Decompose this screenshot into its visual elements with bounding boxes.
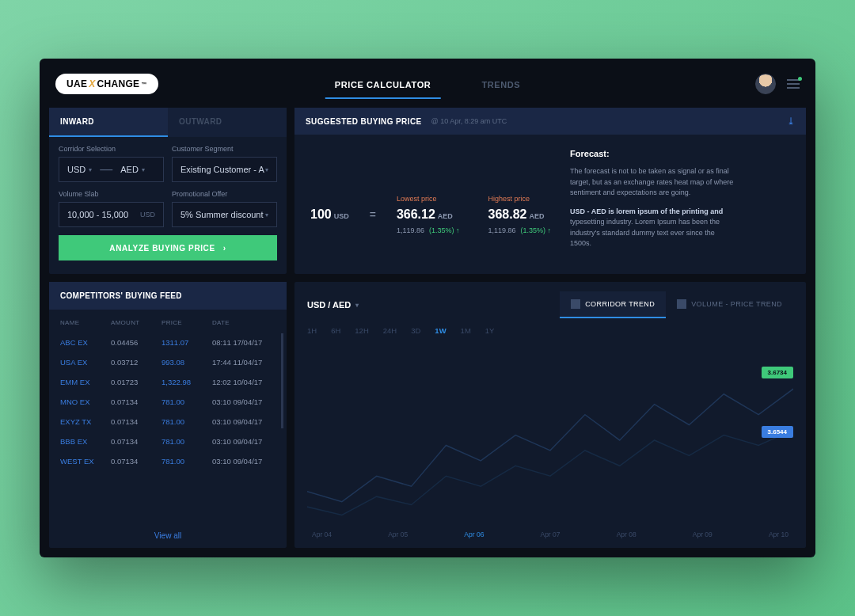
nav-tab-price-calculator[interactable]: PRICE CALCULATOR [325, 69, 441, 99]
forecast-bold: USD - AED is lorem ipsum of the printing… [570, 207, 723, 215]
row-name[interactable]: EMM EX [60, 378, 108, 386]
segment-select[interactable]: Existing Customer - A ▾ [172, 157, 277, 182]
chart-type-icon [677, 299, 686, 309]
corridor-label: Corridor Selection [59, 145, 164, 153]
row-price: 781.00 [162, 437, 209, 446]
segment-label: Customer Segment [172, 145, 277, 153]
pair-dropdown[interactable]: USD / AED ▾ [307, 300, 359, 310]
row-amount: 0.07134 [111, 457, 158, 466]
row-name[interactable]: ABC EX [60, 338, 108, 347]
x-tick: Apr 10 [769, 530, 788, 538]
nav-tab-trends[interactable]: TRENDS [472, 69, 530, 99]
competitors-table: NAME AMOUNT PRICE DATE ABC EX 0.04456 13… [49, 310, 287, 525]
row-amount: 0.03712 [111, 358, 158, 367]
range-12H[interactable]: 12H [355, 326, 368, 335]
topbar: UAEXCHANGE™ PRICE CALCULATOR TRENDS [40, 59, 815, 100]
arrow-up-icon: ↑ [548, 226, 552, 234]
volume-value: 10,000 - 15,000 [67, 210, 128, 219]
scrollbar[interactable] [281, 333, 283, 428]
row-name[interactable]: BBB EX [60, 437, 108, 446]
volume-input[interactable]: 10,000 - 15,000 USD [59, 202, 164, 227]
chart-area[interactable]: 3.6734 3.6544 [307, 343, 793, 527]
lowest-price-cur: AED [438, 212, 453, 220]
form-panel: INWARD OUTWARD Corridor Selection USD▾ —… [49, 108, 287, 274]
x-tick: Apr 06 [464, 530, 484, 538]
highest-price-label: Highest price [488, 195, 551, 203]
direction-tab-outward[interactable]: OUTWARD [168, 108, 287, 137]
table-row[interactable]: ABC EX 0.04456 1311.07 08:11 17/04/17 [60, 333, 276, 352]
brand-part2: CHANGE [97, 78, 140, 89]
chart-tab-volume-price-trend[interactable]: VOLUME - PRICE TREND [666, 291, 793, 318]
x-tick: Apr 05 [388, 530, 408, 538]
table-row[interactable]: EXYZ TX 0.07134 781.00 03:10 09/04/17 [60, 412, 276, 432]
range-1M[interactable]: 1M [461, 326, 471, 335]
suggested-timestamp: @ 10 Apr, 8:29 am UTC [431, 117, 507, 125]
analyze-label: ANALYZE BUYING PRICE [109, 244, 215, 253]
range-24H[interactable]: 24H [383, 326, 397, 335]
range-1Y[interactable]: 1Y [485, 326, 495, 335]
row-price: 993.08 [162, 358, 209, 367]
range-6H[interactable]: 6H [331, 326, 340, 335]
analyze-button[interactable]: ANALYZE BUYING PRICE › [59, 235, 277, 260]
menu-icon[interactable] [787, 79, 800, 89]
col-price: PRICE [162, 319, 209, 326]
range-1W[interactable]: 1W [435, 326, 446, 335]
chevron-down-icon: ▾ [89, 166, 92, 173]
chevron-down-icon: ▾ [355, 302, 359, 309]
corridor-from: USD [67, 165, 86, 174]
row-price: 781.00 [162, 397, 209, 406]
dash-icon: — [97, 162, 116, 177]
download-icon[interactable]: ⤓ [787, 116, 795, 127]
row-price: 781.00 [162, 457, 209, 466]
promo-value: 5% Summer discount [180, 210, 264, 219]
x-tick: Apr 08 [617, 530, 636, 538]
promo-select[interactable]: 5% Summer discount ▾ [172, 202, 277, 227]
user-avatar[interactable] [755, 74, 776, 94]
row-date: 03:10 09/04/17 [212, 457, 276, 466]
chart-type-tabs: CORRIDOR TRENDVOLUME - PRICE TREND [560, 291, 793, 318]
chart-tab-label: CORRIDOR TREND [585, 300, 655, 308]
forecast-p2: typesetting industry. Lorem Ipsum has be… [570, 218, 720, 247]
range-1H[interactable]: 1H [307, 326, 317, 335]
lowest-price-value: 366.12 [397, 207, 435, 221]
segment-value: Existing Customer - A [180, 165, 264, 174]
promo-label: Promotional Offer [172, 190, 277, 198]
table-row[interactable]: EMM EX 0.01723 1,322.98 12:02 10/04/17 [60, 372, 276, 392]
equals-icon: = [370, 208, 376, 221]
table-row[interactable]: BBB EX 0.07134 781.00 03:10 09/04/17 [60, 432, 276, 451]
base-amount: 100USD [310, 207, 349, 222]
highest-price-value: 368.82 [488, 207, 526, 221]
row-amount: 0.07134 [111, 417, 158, 426]
range-3D[interactable]: 3D [411, 326, 420, 335]
direction-tab-inward[interactable]: INWARD [49, 108, 168, 137]
chevron-down-icon: ▾ [265, 211, 268, 219]
chart-tab-corridor-trend[interactable]: CORRIDOR TREND [560, 291, 666, 318]
row-name[interactable]: USA EX [60, 358, 108, 367]
competitors-title: COMPETITORS' BUYING FEED [49, 282, 287, 310]
volume-label: Volume Slab [59, 190, 164, 198]
app-window: UAEXCHANGE™ PRICE CALCULATOR TRENDS INWA… [40, 59, 815, 557]
row-date: 03:10 09/04/17 [212, 397, 276, 406]
corridor-select[interactable]: USD▾ — AED▾ [59, 157, 164, 182]
highest-price-cur: AED [529, 212, 544, 220]
competitors-panel: COMPETITORS' BUYING FEED NAME AMOUNT PRI… [49, 282, 287, 548]
chevron-down-icon: ▾ [142, 166, 145, 173]
view-all-link[interactable]: View all [49, 525, 287, 548]
table-row[interactable]: USA EX 0.03712 993.08 17:44 11/04/17 [60, 352, 276, 372]
table-row[interactable]: MNO EX 0.07134 781.00 03:10 09/04/17 [60, 392, 276, 412]
row-date: 12:02 10/04/17 [212, 378, 276, 386]
x-tick: Apr 09 [693, 530, 712, 538]
row-name[interactable]: MNO EX [60, 397, 108, 406]
table-row[interactable]: WEST EX 0.07134 781.00 03:10 09/04/17 [60, 451, 276, 471]
chart-tab-label: VOLUME - PRICE TREND [691, 300, 782, 308]
highest-sub: 1,119.86 [488, 226, 515, 234]
row-name[interactable]: WEST EX [60, 457, 108, 466]
x-tick: Apr 04 [312, 530, 332, 538]
brand-x-icon: X [89, 78, 95, 89]
forecast-p1: The forecast is not to be taken as signa… [570, 166, 736, 199]
row-date: 08:11 17/04/17 [212, 338, 276, 347]
row-name[interactable]: EXYZ TX [60, 417, 108, 426]
row-amount: 0.04456 [111, 338, 158, 347]
row-amount: 0.07134 [111, 437, 158, 446]
row-amount: 0.07134 [111, 397, 158, 406]
